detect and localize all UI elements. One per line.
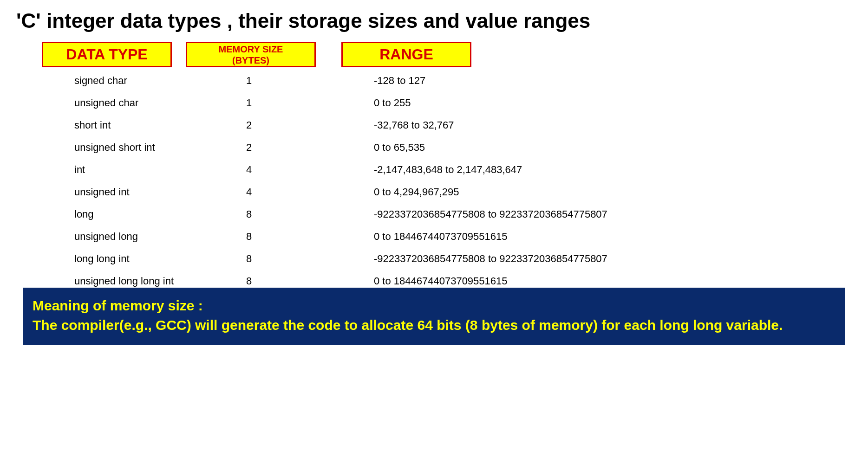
cell-datatype: signed char (42, 75, 186, 87)
header-datatype: DATA TYPE (42, 42, 172, 67)
table-row: int4-2,147,483,648 to 2,147,483,647 (42, 159, 854, 181)
cell-datatype: long (42, 208, 186, 220)
cell-memsize: 4 (186, 164, 341, 176)
table-row: short int2-32,768 to 32,767 (42, 114, 854, 136)
footer-line1: Meaning of memory size : (33, 296, 835, 315)
cell-memsize: 4 (186, 186, 341, 198)
cell-datatype: int (42, 164, 186, 176)
cell-range: -32,768 to 32,767 (341, 119, 854, 131)
cell-range: 0 to 18446744073709551615 (341, 275, 854, 287)
cell-range: 0 to 255 (341, 97, 854, 109)
cell-datatype: unsigned int (42, 186, 186, 198)
cell-datatype: short int (42, 119, 186, 131)
cell-memsize: 2 (186, 119, 341, 131)
cell-datatype: unsigned long (42, 231, 186, 243)
table-header-row: DATA TYPE MEMORY SIZE (BYTES) RANGE (42, 42, 854, 67)
table-row: unsigned short int20 to 65,535 (42, 136, 854, 159)
cell-datatype: unsigned long long int (42, 275, 186, 287)
cell-memsize: 1 (186, 75, 341, 87)
cell-range: -9223372036854775808 to 9223372036854775… (341, 208, 854, 220)
table-row: signed char1-128 to 127 (42, 70, 854, 92)
header-range: RANGE (341, 42, 471, 67)
cell-range: -2,147,483,648 to 2,147,483,647 (341, 164, 854, 176)
cell-datatype: unsigned short int (42, 142, 186, 154)
slide-title: 'C' integer data types , their storage s… (16, 9, 854, 32)
header-memsize-line2: (BYTES) (232, 55, 269, 66)
table-row: unsigned int40 to 4,294,967,295 (42, 181, 854, 203)
footer-line2: The compiler(e.g., GCC) will generate th… (33, 315, 835, 335)
cell-memsize: 8 (186, 275, 341, 287)
cell-memsize: 2 (186, 142, 341, 154)
cell-range: -9223372036854775808 to 9223372036854775… (341, 253, 854, 265)
cell-memsize: 8 (186, 253, 341, 265)
cell-memsize: 8 (186, 208, 341, 220)
cell-range: 0 to 65,535 (341, 142, 854, 154)
table-row: long long int8-9223372036854775808 to 92… (42, 248, 854, 270)
header-memsize-line1: MEMORY SIZE (219, 44, 283, 55)
cell-range: 0 to 4,294,967,295 (341, 186, 854, 198)
data-table: DATA TYPE MEMORY SIZE (BYTES) RANGE sign… (42, 42, 854, 292)
table-row: unsigned long80 to 18446744073709551615 (42, 225, 854, 248)
footer-note: Meaning of memory size : The compiler(e.… (23, 288, 845, 345)
table-row: long8-9223372036854775808 to 92233720368… (42, 203, 854, 225)
cell-range: -128 to 127 (341, 75, 854, 87)
table-row: unsigned char10 to 255 (42, 92, 854, 114)
cell-datatype: long long int (42, 253, 186, 265)
cell-range: 0 to 18446744073709551615 (341, 231, 854, 243)
cell-memsize: 8 (186, 231, 341, 243)
cell-memsize: 1 (186, 97, 341, 109)
cell-datatype: unsigned char (42, 97, 186, 109)
header-memory-size: MEMORY SIZE (BYTES) (186, 42, 316, 67)
